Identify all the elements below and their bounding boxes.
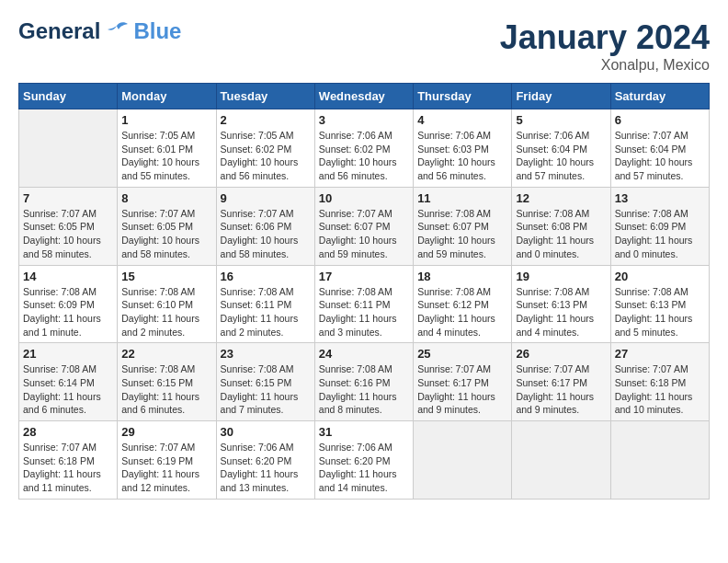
calendar-cell: 18Sunrise: 7:08 AM Sunset: 6:12 PM Dayli… — [414, 265, 512, 343]
month-title: January 2024 — [500, 18, 710, 57]
calendar-table: SundayMondayTuesdayWednesdayThursdayFrid… — [18, 83, 710, 500]
calendar-cell: 30Sunrise: 7:06 AM Sunset: 6:20 PM Dayli… — [216, 421, 314, 500]
calendar-cell: 20Sunrise: 7:08 AM Sunset: 6:13 PM Dayli… — [610, 265, 709, 343]
weekday-header: Monday — [118, 84, 216, 109]
day-number: 22 — [121, 347, 211, 361]
logo-bird-icon — [104, 18, 130, 44]
day-info: Sunrise: 7:06 AM Sunset: 6:04 PM Dayligh… — [516, 129, 606, 183]
calendar-week-row: 14Sunrise: 7:08 AM Sunset: 6:09 PM Dayli… — [19, 265, 710, 343]
calendar-cell — [610, 421, 709, 500]
day-number: 8 — [121, 191, 211, 205]
day-info: Sunrise: 7:08 AM Sunset: 6:09 PM Dayligh… — [615, 207, 705, 261]
title-area: January 2024 Xonalpu, Mexico — [500, 18, 710, 74]
day-info: Sunrise: 7:08 AM Sunset: 6:11 PM Dayligh… — [319, 285, 409, 339]
day-info: Sunrise: 7:08 AM Sunset: 6:11 PM Dayligh… — [221, 285, 311, 339]
calendar-cell: 22Sunrise: 7:08 AM Sunset: 6:15 PM Dayli… — [118, 343, 216, 421]
calendar-cell — [414, 421, 512, 500]
day-info: Sunrise: 7:08 AM Sunset: 6:09 PM Dayligh… — [23, 285, 113, 339]
day-number: 19 — [516, 270, 606, 283]
calendar-cell: 15Sunrise: 7:08 AM Sunset: 6:10 PM Dayli… — [118, 265, 216, 343]
day-number: 9 — [221, 191, 311, 205]
day-info: Sunrise: 7:05 AM Sunset: 6:01 PM Dayligh… — [121, 129, 211, 183]
calendar-cell: 7Sunrise: 7:07 AM Sunset: 6:05 PM Daylig… — [19, 187, 118, 265]
day-number: 20 — [615, 270, 705, 283]
calendar-cell: 19Sunrise: 7:08 AM Sunset: 6:13 PM Dayli… — [512, 265, 610, 343]
calendar-cell — [512, 421, 610, 500]
calendar-week-row: 1Sunrise: 7:05 AM Sunset: 6:01 PM Daylig… — [19, 109, 710, 188]
day-number: 30 — [221, 425, 311, 439]
weekday-header: Friday — [512, 84, 610, 109]
weekday-header: Sunday — [19, 84, 118, 109]
logo: General Blue — [18, 18, 181, 44]
day-number: 12 — [516, 191, 606, 205]
day-number: 14 — [23, 270, 113, 283]
day-info: Sunrise: 7:08 AM Sunset: 6:15 PM Dayligh… — [221, 362, 311, 417]
calendar-cell — [19, 109, 118, 188]
day-info: Sunrise: 7:06 AM Sunset: 6:03 PM Dayligh… — [417, 129, 507, 183]
day-number: 5 — [516, 113, 606, 127]
calendar-cell: 17Sunrise: 7:08 AM Sunset: 6:11 PM Dayli… — [314, 265, 413, 343]
day-number: 18 — [417, 270, 507, 283]
day-number: 16 — [221, 270, 311, 283]
day-info: Sunrise: 7:06 AM Sunset: 6:20 PM Dayligh… — [319, 441, 409, 495]
calendar-cell: 16Sunrise: 7:08 AM Sunset: 6:11 PM Dayli… — [216, 265, 314, 343]
calendar-cell: 11Sunrise: 7:08 AM Sunset: 6:07 PM Dayli… — [414, 187, 512, 265]
calendar-week-row: 7Sunrise: 7:07 AM Sunset: 6:05 PM Daylig… — [19, 187, 710, 265]
day-info: Sunrise: 7:07 AM Sunset: 6:17 PM Dayligh… — [417, 362, 507, 417]
day-info: Sunrise: 7:08 AM Sunset: 6:13 PM Dayligh… — [615, 285, 705, 339]
day-number: 25 — [417, 347, 507, 361]
calendar-cell: 12Sunrise: 7:08 AM Sunset: 6:08 PM Dayli… — [512, 187, 610, 265]
page-header: General Blue January 2024 Xonalpu, Mexic… — [18, 18, 710, 74]
calendar-body: 1Sunrise: 7:05 AM Sunset: 6:01 PM Daylig… — [19, 109, 710, 500]
calendar-cell: 23Sunrise: 7:08 AM Sunset: 6:15 PM Dayli… — [216, 343, 314, 421]
day-info: Sunrise: 7:08 AM Sunset: 6:16 PM Dayligh… — [319, 362, 409, 417]
weekday-header: Saturday — [610, 84, 709, 109]
calendar-cell: 8Sunrise: 7:07 AM Sunset: 6:05 PM Daylig… — [118, 187, 216, 265]
day-info: Sunrise: 7:08 AM Sunset: 6:08 PM Dayligh… — [516, 207, 606, 261]
day-info: Sunrise: 7:07 AM Sunset: 6:18 PM Dayligh… — [23, 441, 113, 495]
calendar-week-row: 28Sunrise: 7:07 AM Sunset: 6:18 PM Dayli… — [19, 421, 710, 500]
day-number: 17 — [319, 270, 409, 283]
day-number: 27 — [615, 347, 705, 361]
day-info: Sunrise: 7:07 AM Sunset: 6:04 PM Dayligh… — [615, 129, 705, 183]
day-number: 3 — [319, 113, 409, 127]
weekday-header: Tuesday — [216, 84, 314, 109]
day-info: Sunrise: 7:07 AM Sunset: 6:17 PM Dayligh… — [516, 362, 606, 417]
calendar-week-row: 21Sunrise: 7:08 AM Sunset: 6:14 PM Dayli… — [19, 343, 710, 421]
calendar-cell: 28Sunrise: 7:07 AM Sunset: 6:18 PM Dayli… — [19, 421, 118, 500]
day-number: 10 — [319, 191, 409, 205]
day-info: Sunrise: 7:07 AM Sunset: 6:19 PM Dayligh… — [121, 441, 211, 495]
calendar-cell: 25Sunrise: 7:07 AM Sunset: 6:17 PM Dayli… — [414, 343, 512, 421]
day-info: Sunrise: 7:08 AM Sunset: 6:12 PM Dayligh… — [417, 285, 507, 339]
calendar-cell: 3Sunrise: 7:06 AM Sunset: 6:02 PM Daylig… — [314, 109, 413, 188]
logo-blue: Blue — [133, 18, 181, 44]
day-info: Sunrise: 7:08 AM Sunset: 6:14 PM Dayligh… — [23, 362, 113, 417]
calendar-cell: 10Sunrise: 7:07 AM Sunset: 6:07 PM Dayli… — [314, 187, 413, 265]
day-number: 2 — [221, 113, 311, 127]
day-info: Sunrise: 7:08 AM Sunset: 6:07 PM Dayligh… — [417, 207, 507, 261]
weekday-header: Thursday — [414, 84, 512, 109]
day-info: Sunrise: 7:06 AM Sunset: 6:20 PM Dayligh… — [221, 441, 311, 495]
calendar-cell: 4Sunrise: 7:06 AM Sunset: 6:03 PM Daylig… — [414, 109, 512, 188]
day-number: 29 — [121, 425, 211, 439]
day-info: Sunrise: 7:07 AM Sunset: 6:05 PM Dayligh… — [121, 207, 211, 261]
calendar-cell: 6Sunrise: 7:07 AM Sunset: 6:04 PM Daylig… — [610, 109, 709, 188]
calendar-cell: 1Sunrise: 7:05 AM Sunset: 6:01 PM Daylig… — [118, 109, 216, 188]
day-number: 7 — [23, 191, 113, 205]
day-number: 6 — [615, 113, 705, 127]
day-info: Sunrise: 7:08 AM Sunset: 6:15 PM Dayligh… — [121, 362, 211, 417]
weekday-header: Wednesday — [314, 84, 413, 109]
day-number: 1 — [121, 113, 211, 127]
calendar-cell: 21Sunrise: 7:08 AM Sunset: 6:14 PM Dayli… — [19, 343, 118, 421]
weekday-header-row: SundayMondayTuesdayWednesdayThursdayFrid… — [19, 84, 710, 109]
logo-general: General — [18, 18, 100, 44]
day-number: 23 — [221, 347, 311, 361]
calendar-cell: 5Sunrise: 7:06 AM Sunset: 6:04 PM Daylig… — [512, 109, 610, 188]
calendar-cell: 9Sunrise: 7:07 AM Sunset: 6:06 PM Daylig… — [216, 187, 314, 265]
day-number: 21 — [23, 347, 113, 361]
day-info: Sunrise: 7:07 AM Sunset: 6:07 PM Dayligh… — [319, 207, 409, 261]
day-info: Sunrise: 7:05 AM Sunset: 6:02 PM Dayligh… — [221, 129, 311, 183]
day-info: Sunrise: 7:08 AM Sunset: 6:13 PM Dayligh… — [516, 285, 606, 339]
day-info: Sunrise: 7:08 AM Sunset: 6:10 PM Dayligh… — [121, 285, 211, 339]
day-number: 28 — [23, 425, 113, 439]
